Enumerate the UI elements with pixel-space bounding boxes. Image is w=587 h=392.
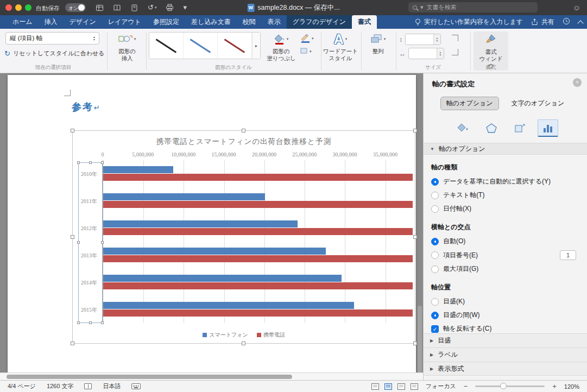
fullscreen-window-button[interactable]: [25, 4, 31, 11]
radio-option-row[interactable]: 項目番号(E)1: [424, 248, 587, 262]
height-stepper[interactable]: ▴▾: [433, 34, 440, 45]
axis-selection-handle[interactable]: [89, 321, 92, 324]
shape-style-option-1[interactable]: [149, 33, 184, 59]
axis-selection-handle[interactable]: [89, 161, 92, 164]
horizontal-scrollbar-thumb[interactable]: [7, 375, 292, 379]
chart-resize-handle[interactable]: [242, 129, 245, 132]
zoom-percentage[interactable]: 120%: [564, 383, 579, 390]
history-button[interactable]: [563, 17, 570, 27]
focus-button[interactable]: フォーカス: [426, 382, 456, 390]
feedback-smiley-icon[interactable]: ☺: [573, 3, 580, 12]
zoom-slider[interactable]: [475, 385, 545, 387]
spellcheck-icon[interactable]: [84, 383, 92, 389]
radio-selected-icon[interactable]: [431, 312, 439, 319]
collapsed-section-tick-marks[interactable]: ▶目盛: [424, 333, 587, 347]
tab-text-options[interactable]: 文字のオプション: [506, 97, 571, 110]
radio-option-row[interactable]: テキスト軸(T): [424, 188, 587, 202]
close-window-button[interactable]: [5, 4, 12, 11]
keyboard-icon[interactable]: [131, 383, 141, 389]
chart-object[interactable]: 携帯電話とスマートフィンの出荷台数推移と予測 05,000,00010,000,…: [72, 130, 415, 344]
book-icon[interactable]: [113, 4, 121, 12]
chart-resize-handle[interactable]: [71, 235, 74, 239]
axis-selection-handle[interactable]: [101, 321, 104, 324]
width-input[interactable]: ▴▾: [408, 48, 444, 59]
radio-option-row[interactable]: 最大項目(G): [424, 262, 587, 276]
radio-icon[interactable]: [431, 265, 439, 273]
document-page[interactable]: 参考↵ 携帯電話とスマートフィンの出荷台数推移と予測 05,000,00010,…: [8, 75, 416, 372]
radio-selected-icon[interactable]: [431, 238, 439, 245]
ribbon-tab-layout[interactable]: レイアウト: [102, 15, 147, 29]
arrange-button[interactable]: ▾ 整列: [362, 31, 394, 55]
reset-to-match-style-button[interactable]: ↻ リセットしてスタイルに合わせる: [4, 49, 105, 58]
zoom-in-button[interactable]: +: [552, 382, 557, 390]
radio-icon[interactable]: [431, 298, 439, 306]
axis-options-tab[interactable]: [538, 119, 558, 137]
radio-icon[interactable]: [431, 205, 439, 213]
undo-button[interactable]: ↺▾: [148, 3, 156, 12]
ribbon-tab-format[interactable]: 書式: [352, 15, 377, 29]
ribbon-tab-view[interactable]: 表示: [262, 15, 287, 29]
chart-resize-handle[interactable]: [71, 129, 74, 132]
chart-resize-handle[interactable]: [413, 129, 417, 132]
share-button[interactable]: 共有: [531, 17, 554, 27]
axis-options-section-header[interactable]: ▼ 軸のオプション: [424, 143, 587, 155]
size-properties-tab[interactable]: [509, 119, 530, 137]
chart-title[interactable]: 携帯電話とスマートフィンの出荷台数推移と予測: [73, 137, 415, 147]
wordart-styles-button[interactable]: A▾ ワードアートスタイル: [322, 31, 359, 62]
radio-icon[interactable]: [431, 192, 439, 199]
word-count[interactable]: 1260 文字: [47, 382, 74, 390]
radio-option-row[interactable]: 日付軸(X): [424, 202, 587, 216]
vertical-scrollbar-thumb[interactable]: [418, 306, 422, 375]
collapsed-section-number-format[interactable]: ▶表示形式: [424, 362, 587, 376]
shape-style-option-3[interactable]: [218, 33, 252, 59]
document-heading[interactable]: 参考↵: [72, 100, 101, 113]
page-indicator[interactable]: 4/4 ページ: [8, 382, 36, 390]
collapse-ribbon-button[interactable]: [577, 20, 583, 26]
ribbon-tab-chart-design[interactable]: グラフのデザイン: [287, 15, 352, 29]
chart-resize-handle[interactable]: [413, 235, 417, 239]
radio-option-row[interactable]: 目盛(K): [424, 295, 587, 308]
view-web-layout-icon[interactable]: [397, 383, 405, 390]
fill-line-tab[interactable]: [453, 119, 474, 137]
chart-resize-handle[interactable]: [413, 342, 417, 345]
ribbon-tab-design[interactable]: デザイン: [64, 15, 102, 29]
reverse-axis-checkbox[interactable]: ✓: [431, 325, 439, 333]
axis-selection-handle[interactable]: [101, 241, 104, 244]
chart-legend[interactable]: スマートフォン携帯電話: [73, 331, 415, 339]
collapsed-section-labels[interactable]: ▶ラベル: [424, 347, 587, 362]
print-icon[interactable]: [166, 4, 174, 11]
view-draft-icon[interactable]: [411, 383, 418, 390]
radio-icon[interactable]: [431, 251, 439, 259]
grid-icon[interactable]: [96, 4, 104, 12]
pane-close-button[interactable]: ×: [573, 78, 582, 87]
shape-outline-button[interactable]: ▾: [300, 34, 314, 43]
radio-option-row[interactable]: 自動(O): [424, 235, 587, 248]
width-stepper[interactable]: ▴▾: [437, 48, 444, 59]
chart-element-selector[interactable]: 縦 (項目) 軸 ▴▾: [5, 32, 99, 45]
view-print-layout-icon[interactable]: [384, 383, 392, 390]
shape-effects-button[interactable]: ▾: [300, 48, 314, 55]
gallery-more-button[interactable]: ▸: [252, 33, 260, 59]
tab-axis-options[interactable]: 軸のオプション: [440, 97, 499, 110]
horizontal-scrollbar[interactable]: [0, 372, 423, 380]
ribbon-tab-review[interactable]: 校閲: [237, 15, 262, 29]
height-input[interactable]: ▴▾: [405, 34, 441, 45]
zoom-slider-knob[interactable]: [500, 383, 507, 389]
shape-fill-button[interactable]: ▾ 図形の塗りつぶし: [264, 31, 298, 62]
radio-option-row[interactable]: データを基準に自動的に選択する(Y): [424, 175, 587, 188]
autosave-toggle[interactable]: オン: [65, 3, 86, 12]
axis-selection-handle[interactable]: [77, 321, 80, 324]
ribbon-tab-insert[interactable]: 挿入: [39, 15, 64, 29]
shape-style-option-2[interactable]: [184, 33, 218, 59]
chart-resize-handle[interactable]: [242, 342, 245, 345]
minimize-window-button[interactable]: [15, 4, 22, 11]
chart-resize-handle[interactable]: [71, 342, 74, 345]
toolbar-more-icon[interactable]: ▾: [183, 3, 187, 12]
ribbon-tab-references[interactable]: 参照設定: [147, 15, 185, 29]
tell-me-button[interactable]: 実行したい作業内容を入力します: [415, 17, 523, 27]
axis-selection-handle[interactable]: [77, 161, 80, 164]
language-indicator[interactable]: 日本語: [103, 382, 121, 390]
effects-tab[interactable]: [481, 119, 502, 137]
category-number-input[interactable]: 1: [560, 250, 576, 260]
view-read-mode-icon[interactable]: [371, 383, 379, 390]
